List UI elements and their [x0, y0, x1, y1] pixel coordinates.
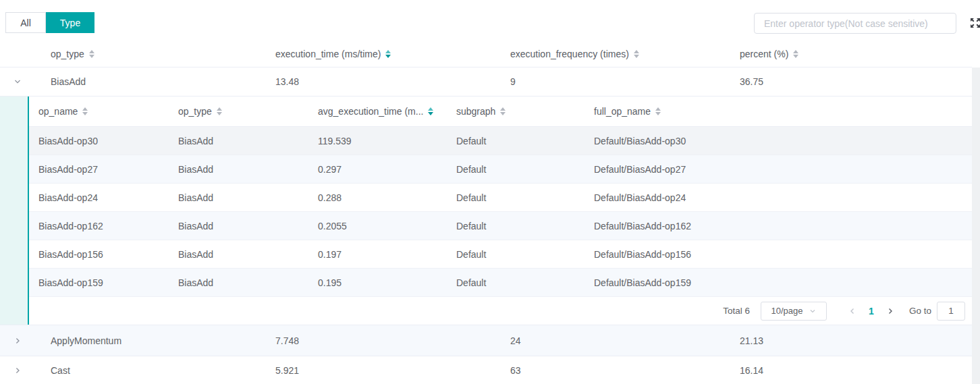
cell-avg-execution-time: 0.195	[308, 277, 447, 288]
op-type-table-header: op_type execution_time (ms/time) executi…	[0, 40, 972, 67]
column-label: subgraph	[456, 106, 495, 117]
detail-table-header: op_name op_type	[29, 97, 972, 127]
column-label: op_type	[51, 49, 84, 59]
column-header-op-name: op_name	[29, 106, 169, 117]
operator-profiler-page: All Type op_type	[0, 0, 980, 384]
sort-icon-subgraph[interactable]	[500, 107, 506, 115]
cell-op-type: BiasAdd	[51, 76, 275, 87]
collapse-row-icon[interactable]	[13, 78, 22, 86]
cell-subgraph: Default	[447, 192, 584, 203]
op-name-detail-table: op_name op_type	[29, 97, 972, 325]
prev-page-icon[interactable]	[843, 302, 862, 321]
cell-full-op-name: Default/BiasAdd-op162	[584, 221, 972, 231]
cell-execution-frequency: 24	[510, 335, 740, 346]
cell-op-name: BiasAdd-op162	[29, 221, 169, 231]
table-row-biasadd[interactable]: BiasAdd 13.48 9 36.75	[0, 67, 972, 97]
cell-execution-frequency: 9	[510, 76, 740, 87]
cell-execution-time: 13.48	[275, 76, 510, 87]
cell-op-type: ApplyMomentum	[51, 335, 275, 346]
cell-percent: 16.14	[740, 365, 972, 376]
column-label: percent (%)	[740, 49, 788, 59]
page-number-1[interactable]: 1	[862, 306, 881, 317]
page-size-value: 10/page	[771, 306, 802, 316]
detail-row: BiasAdd-op24 BiasAdd 0.288 Default Defau…	[29, 184, 972, 212]
expand-row-icon[interactable]	[13, 337, 22, 345]
detail-row: BiasAdd-op27 BiasAdd 0.297 Default Defau…	[29, 155, 972, 184]
table-scrollbar-track[interactable]	[972, 67, 980, 384]
cell-avg-execution-time: 0.297	[308, 164, 447, 175]
goto-page-input[interactable]	[937, 302, 965, 321]
chevron-down-icon	[809, 308, 816, 314]
column-header-detail-op-type: op_type	[169, 106, 308, 117]
goto-label: Go to	[909, 306, 931, 316]
expand-row-icon[interactable]	[13, 366, 22, 375]
cell-avg-execution-time: 119.539	[308, 136, 447, 146]
cell-op-type: BiasAdd	[169, 136, 308, 146]
column-label: execution_frequency (times)	[510, 49, 629, 59]
cell-op-name: BiasAdd-op27	[29, 164, 169, 175]
table-row-applymomentum[interactable]: ApplyMomentum 7.748 24 21.13	[0, 325, 972, 356]
cell-op-type: BiasAdd	[169, 249, 308, 260]
sort-icon-execution-frequency[interactable]	[634, 50, 639, 58]
tab-type[interactable]: Type	[46, 12, 94, 33]
column-header-execution-time: execution_time (ms/time)	[275, 49, 510, 59]
cell-full-op-name: Default/BiasAdd-op24	[584, 192, 972, 203]
sort-icon-percent[interactable]	[793, 50, 798, 58]
column-label: op_type	[178, 106, 212, 117]
sort-icon-op-name[interactable]	[82, 107, 88, 115]
cell-avg-execution-time: 0.197	[308, 249, 447, 260]
detail-row: BiasAdd-op159 BiasAdd 0.195 Default Defa…	[29, 269, 972, 297]
cell-subgraph: Default	[447, 249, 584, 260]
cell-op-type: BiasAdd	[169, 164, 308, 175]
column-header-full-op-name: full_op_name	[584, 106, 972, 117]
sort-icon-op-type[interactable]	[89, 50, 94, 58]
cell-percent: 21.13	[740, 335, 972, 346]
operator-type-search-input[interactable]	[754, 13, 956, 34]
sort-icon-full-op-name[interactable]	[655, 107, 661, 115]
sort-icon-execution-time[interactable]	[385, 50, 391, 58]
op-type-table: op_type execution_time (ms/time) executi…	[0, 40, 972, 384]
detail-row: BiasAdd-op156 BiasAdd 0.197 Default Defa…	[29, 240, 972, 269]
sort-icon-avg-execution-time[interactable]	[428, 107, 433, 115]
cell-percent: 36.75	[740, 76, 972, 87]
cell-op-type: BiasAdd	[169, 192, 308, 203]
next-page-icon[interactable]	[881, 302, 900, 321]
column-header-execution-frequency: execution_frequency (times)	[510, 49, 740, 59]
cell-subgraph: Default	[447, 221, 584, 231]
cell-avg-execution-time: 0.288	[308, 192, 447, 203]
cell-op-type: BiasAdd	[169, 277, 308, 288]
detail-pagination: Total 6 10/page 1	[29, 297, 972, 325]
cell-subgraph: Default	[447, 277, 584, 288]
cell-full-op-name: Default/BiasAdd-op30	[584, 136, 972, 146]
cell-subgraph: Default	[447, 164, 584, 175]
cell-op-type: BiasAdd	[169, 221, 308, 231]
page-size-select[interactable]: 10/page	[761, 302, 827, 321]
cell-execution-time: 7.748	[275, 335, 510, 346]
cell-full-op-name: Default/BiasAdd-op159	[584, 277, 972, 288]
tab-all[interactable]: All	[5, 12, 46, 33]
sort-icon-detail-op-type[interactable]	[217, 107, 222, 115]
cell-op-name: BiasAdd-op24	[29, 192, 169, 203]
cell-execution-frequency: 63	[510, 365, 740, 376]
column-header-percent: percent (%)	[740, 49, 972, 59]
column-header-op-type: op_type	[51, 49, 275, 59]
cell-avg-execution-time: 0.2055	[308, 221, 447, 231]
pagination-total: Total 6	[723, 306, 750, 316]
column-header-subgraph: subgraph	[447, 106, 584, 117]
cell-op-type: Cast	[51, 365, 275, 376]
cell-subgraph: Default	[447, 136, 584, 146]
cell-op-name: BiasAdd-op156	[29, 249, 169, 260]
detail-row: BiasAdd-op162 BiasAdd 0.2055 Default Def…	[29, 212, 972, 240]
detail-row: BiasAdd-op30 BiasAdd 119.539 Default Def…	[29, 127, 972, 155]
cell-execution-time: 5.921	[275, 365, 510, 376]
cell-op-name: BiasAdd-op159	[29, 277, 169, 288]
expanded-detail-section: op_name op_type	[0, 97, 972, 325]
table-row-cast[interactable]: Cast 5.921 63 16.14	[0, 356, 972, 384]
column-label: execution_time (ms/time)	[275, 49, 381, 59]
cell-op-name: BiasAdd-op30	[29, 136, 169, 146]
cell-full-op-name: Default/BiasAdd-op156	[584, 249, 972, 260]
column-label: full_op_name	[594, 106, 651, 117]
scope-tab-group: All Type	[5, 12, 94, 33]
fullscreen-expand-icon[interactable]	[970, 18, 980, 28]
column-label: op_name	[38, 106, 78, 117]
